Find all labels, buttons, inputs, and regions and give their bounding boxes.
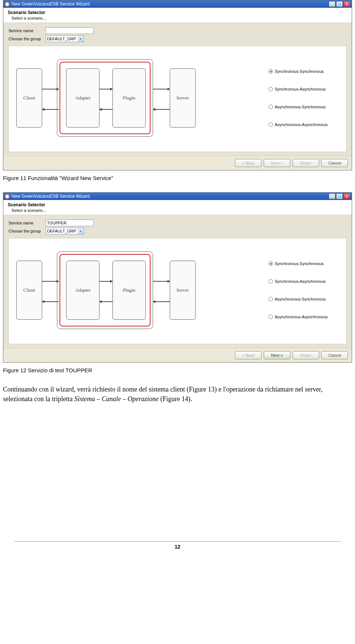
group-label: Choose the group xyxy=(9,229,45,233)
page-number: 12 xyxy=(14,541,341,550)
radio-label: Synchronous-Asynchronous xyxy=(275,279,326,284)
wizard-footer: < Back Next > Finish Cancel xyxy=(3,348,352,362)
adapter-box: Adapter xyxy=(66,68,99,128)
adapter-box: Adapter xyxy=(66,261,99,320)
client-box: Client xyxy=(16,68,42,128)
scenario-radio-2[interactable]: Asynchronous-Synchronous xyxy=(268,297,339,301)
body-paragraph: Continuando con il wizard, verrà richies… xyxy=(3,384,352,404)
group-select[interactable]: DEFAULT_GRP ▼ xyxy=(45,228,84,234)
scenario-radio-1[interactable]: Synchronous-Asynchronous xyxy=(268,87,339,91)
group-label: Choose the group xyxy=(9,37,45,41)
service-name-label: Service name xyxy=(9,221,45,225)
radio-label: Asynchronous-Asynchronous xyxy=(275,315,328,319)
radio-label: Synchronous-Asynchronous xyxy=(275,87,326,91)
wizard-header: Scenario Selector Select a scenario… xyxy=(3,8,352,23)
wizard-header-sub: Select a scenario… xyxy=(8,16,347,20)
group-select-value: DEFAULT_GRP xyxy=(47,37,76,41)
back-button[interactable]: < Back xyxy=(235,159,261,167)
body-text-em: Sistema – Canale – Operazione xyxy=(74,395,159,403)
arrow-icon xyxy=(99,301,112,302)
next-button[interactable]: Next > xyxy=(264,351,290,359)
wizard-body: Service name Choose the group DEFAULT_GR… xyxy=(3,23,352,156)
client-box: Client xyxy=(16,261,42,320)
radio-label: Asynchronous-Synchronous xyxy=(275,105,326,109)
wizard-window-1: New GreenVulcanoESB Service Wizard _ □ ×… xyxy=(3,0,352,170)
wizard-header-title: Scenario Selector xyxy=(8,202,347,207)
titlebar: New GreenVulcanoESB Service Wizard _ □ × xyxy=(3,0,352,8)
figure-12-caption: Figure 12 Servizio di test TOUPPER xyxy=(3,367,352,373)
arrow-icon xyxy=(42,89,59,89)
maximize-button[interactable]: □ xyxy=(336,1,343,7)
chevron-down-icon: ▼ xyxy=(78,36,84,42)
scenario-radio-0[interactable]: Synchronous-Synchronous xyxy=(268,69,339,74)
arrow-icon xyxy=(99,109,112,110)
arrow-icon xyxy=(99,281,112,282)
server-box: Server xyxy=(170,261,196,320)
wizard-body: Service name Choose the group DEFAULT_GR… xyxy=(3,215,352,348)
radio-label: Asynchronous-Synchronous xyxy=(275,297,326,301)
arrow-icon xyxy=(153,109,170,110)
chevron-down-icon: ▼ xyxy=(78,228,84,234)
arrow-icon xyxy=(42,109,59,110)
back-button[interactable]: < Back xyxy=(235,351,261,359)
close-button[interactable]: × xyxy=(344,1,350,7)
finish-button[interactable]: Finish xyxy=(293,351,319,359)
cancel-button[interactable]: Cancel xyxy=(321,351,348,359)
minimize-button[interactable]: _ xyxy=(329,193,335,199)
plugin-box: Plugin xyxy=(112,68,146,128)
radio-icon xyxy=(268,261,273,266)
service-name-input[interactable] xyxy=(45,220,94,226)
minimize-button[interactable]: _ xyxy=(329,1,335,7)
scenario-diagram: Client Adapter Plugin Server Synchronous… xyxy=(9,238,346,344)
wizard-footer: < Back Next > Finish Cancel xyxy=(3,156,352,170)
radio-icon xyxy=(268,69,273,74)
arrow-icon xyxy=(42,301,59,302)
arrow-icon xyxy=(99,89,112,89)
radio-icon xyxy=(268,87,273,91)
scenario-radio-1[interactable]: Synchronous-Asynchronous xyxy=(268,279,339,284)
service-name-input[interactable] xyxy=(45,27,94,34)
arrow-icon xyxy=(42,281,59,282)
scenario-radio-group: Synchronous-Synchronous Synchronous-Asyn… xyxy=(268,69,339,127)
scenario-radio-0[interactable]: Synchronous-Synchronous xyxy=(268,261,339,266)
window-title: New GreenVulcanoESB Service Wizard xyxy=(11,194,329,199)
scenario-diagram: Client Adapter Plugin Server Synchronous… xyxy=(9,46,346,152)
titlebar: New GreenVulcanoESB Service Wizard _ □ × xyxy=(3,193,352,200)
finish-button[interactable]: Finish xyxy=(293,159,319,167)
window-title: New GreenVulcanoESB Service Wizard xyxy=(11,1,329,7)
group-select[interactable]: DEFAULT_GRP ▼ xyxy=(45,35,84,42)
radio-icon xyxy=(268,105,273,109)
group-select-value: DEFAULT_GRP xyxy=(47,229,76,233)
radio-icon xyxy=(268,315,273,319)
radio-icon xyxy=(268,297,273,301)
close-button[interactable]: × xyxy=(344,193,350,199)
page-spacer xyxy=(3,408,352,541)
cancel-button[interactable]: Cancel xyxy=(321,159,348,167)
radio-label: Synchronous-Synchronous xyxy=(275,69,324,74)
body-text-c: (Figure 14). xyxy=(159,395,192,403)
wizard-header: Scenario Selector Select a scenario… xyxy=(3,200,352,215)
scenario-radio-2[interactable]: Asynchronous-Synchronous xyxy=(268,105,339,109)
wizard-header-title: Scenario Selector xyxy=(8,10,347,15)
service-name-label: Service name xyxy=(9,28,45,33)
plugin-box: Plugin xyxy=(112,261,146,320)
wizard-window-2: New GreenVulcanoESB Service Wizard _ □ ×… xyxy=(3,192,352,363)
maximize-button[interactable]: □ xyxy=(336,193,343,199)
app-icon xyxy=(5,194,10,199)
radio-label: Asynchronous-Asynchronous xyxy=(275,122,328,127)
wizard-header-sub: Select a scenario… xyxy=(8,208,347,213)
arrow-icon xyxy=(153,281,170,282)
next-button[interactable]: Next > xyxy=(264,159,290,167)
server-box: Server xyxy=(170,68,196,128)
scenario-radio-3[interactable]: Asynchronous-Asynchronous xyxy=(268,315,339,319)
scenario-radio-group: Synchronous-Synchronous Synchronous-Asyn… xyxy=(268,261,339,319)
arrow-icon xyxy=(153,301,170,302)
scenario-radio-3[interactable]: Asynchronous-Asynchronous xyxy=(268,122,339,127)
radio-icon xyxy=(268,279,273,284)
radio-icon xyxy=(268,122,273,127)
app-icon xyxy=(5,2,10,7)
radio-label: Synchronous-Synchronous xyxy=(275,261,324,266)
arrow-icon xyxy=(153,89,170,89)
figure-11-caption: Figure 11 Funzionalità "Wizard New Servi… xyxy=(3,175,352,181)
